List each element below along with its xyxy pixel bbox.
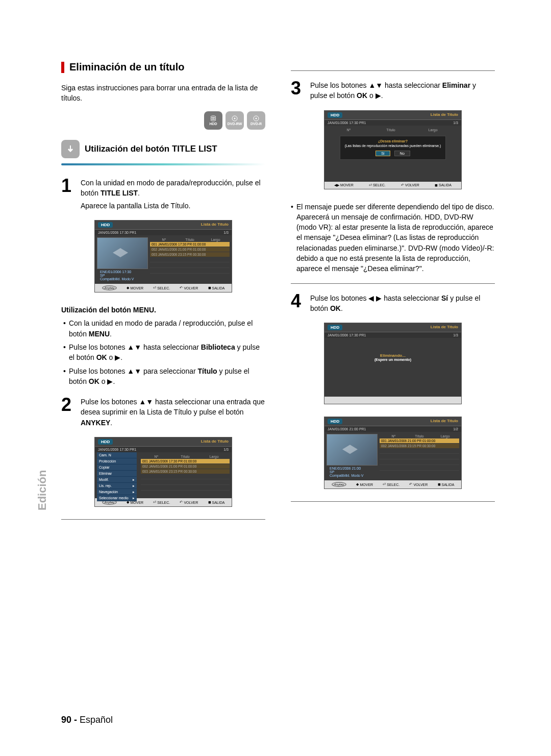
side-tab: Edición — [36, 470, 49, 510]
divider — [291, 283, 495, 284]
ui-screen-deleting: HDD Lista de Título JAN/01/2006 17:30 PR… — [324, 323, 462, 404]
step-number: 3 — [291, 80, 305, 103]
step-4: 4 Pulse los botones ◀ ▶ hasta selecciona… — [291, 293, 495, 316]
svg-point-6 — [256, 118, 257, 119]
step-number: 4 — [291, 293, 305, 316]
page-footer: 90 - Español — [61, 715, 113, 725]
section-title: Eliminación de un título — [61, 61, 265, 73]
dialog-no-button[interactable]: No — [394, 151, 410, 156]
intro-text: Siga estas instrucciones para borrar una… — [61, 83, 265, 103]
finger-icon — [61, 140, 80, 158]
dvd-rw-icon: DVD-RW — [226, 111, 244, 130]
divider — [291, 501, 495, 502]
svg-point-4 — [234, 118, 236, 119]
accent-bar — [61, 62, 64, 73]
context-menu: Cam. N Protección Copiar Eliminar Modif.… — [97, 452, 137, 501]
ui-screen-context-menu: HDD Lista de Título JAN/01/2006 17:30 PR… — [94, 437, 232, 507]
info-note: El mensaje puede ser diferente dependien… — [291, 202, 495, 274]
preview-thumbnail — [327, 434, 378, 466]
dialog-yes-button[interactable]: Sí — [375, 151, 390, 156]
divider-gradient — [61, 163, 265, 165]
hdd-icon: HDD — [204, 111, 222, 130]
sub-heading-text: Utilización del botón TITLE LIST — [85, 144, 217, 154]
section-title-text: Eliminación de un título — [69, 61, 185, 73]
ui-screen-after-delete: HDD Lista de Título JAN/01/2006 21:00 PR… — [324, 417, 462, 489]
dvd-r-icon: DVD-R — [247, 111, 265, 130]
step-2: 2 Pulse los botones ▲▼ hasta seleccionar… — [61, 397, 265, 430]
confirm-dialog: ¿Desea eliminar? (Las listas de reproduc… — [340, 136, 446, 160]
deleting-message: Eliminando... (Espere un momento) — [350, 353, 436, 361]
menu-instructions: Utilización del botón MENU. Con la unida… — [61, 305, 265, 386]
step-number: 2 — [61, 397, 76, 430]
divider — [291, 70, 495, 71]
step-1: 1 Con la unidad en modo de parada/reprod… — [61, 178, 265, 213]
ui-screen-title-list: HDD Lista de Título JAN/01/2006 17:30 PR… — [94, 220, 232, 292]
disc-icon-row: HDD DVD-RW DVD-R — [61, 111, 265, 130]
ui-screen-confirm-delete: HDD Lista de Título JAN/01/2006 17:30 PR… — [324, 110, 462, 189]
step-3: 3 Pulse los botones ▲▼ hasta seleccionar… — [291, 80, 495, 103]
sub-heading: Utilización del botón TITLE LIST — [61, 140, 265, 158]
divider — [61, 519, 265, 520]
step-number: 1 — [61, 178, 76, 213]
preview-thumbnail — [97, 237, 148, 269]
